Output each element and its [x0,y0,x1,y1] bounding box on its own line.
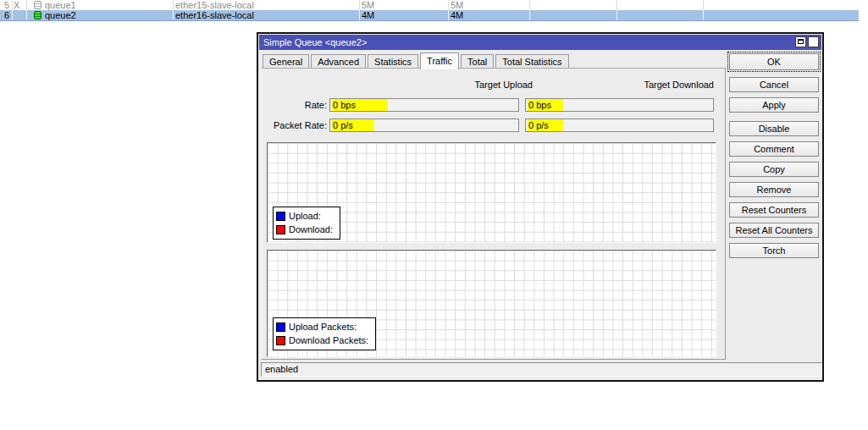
apply-button[interactable]: Apply [729,97,819,113]
tab-statistics[interactable]: Statistics [368,54,418,69]
rate-upload-value: 0 bps [332,99,388,111]
queue-name: queue1 [45,0,76,10]
queue-icon [34,11,41,19]
queue-icon [34,1,41,9]
upload-legend-swatch [276,212,285,221]
packet-traffic-graph: Upload Packets: Download Packets: [267,250,716,357]
maximize-button[interactable] [795,36,806,47]
rate-graph-legend: Upload: Download: [273,207,340,240]
queue-name: queue2 [45,10,76,20]
tab-total-statistics[interactable]: Total Statistics [495,54,568,69]
dialog-titlebar[interactable]: Simple Queue <queue2> ✕ [259,35,821,50]
rate-traffic-graph: Upload: Download: [267,142,716,243]
download-legend-label: Download: [289,224,333,234]
upload-legend-label: Upload: [289,211,321,221]
download-packets-legend-label: Download Packets: [289,335,368,345]
queue-target: ether16-slave-local [175,10,254,20]
dialog-tab-bar: General Advanced Statistics Traffic Tota… [263,52,571,69]
torch-button[interactable]: Torch [729,243,819,258]
packet-rate-download-value: 0 p/s [528,119,563,131]
target-upload-header: Target Upload [328,80,533,90]
max-download-limit: 4M [451,10,463,20]
reset-counters-button[interactable]: Reset Counters [729,202,819,218]
target-download-header: Target Download [525,80,714,90]
upload-packets-legend-swatch [276,322,285,332]
max-download-limit: 5M [451,0,463,10]
maximize-icon [798,39,804,44]
queue-row-disabled[interactable]: 5 X queue1 ether15-slave-local 5M 5M [0,0,868,10]
max-upload-limit: 4M [362,10,374,20]
dialog-status-bar: enabled [261,362,822,377]
upload-packets-legend-label: Upload Packets: [289,322,357,332]
download-packets-legend-swatch [276,336,285,345]
comment-button[interactable]: Comment [729,141,819,157]
simple-queue-dialog: Simple Queue <queue2> ✕ General Advanced… [257,32,824,382]
status-text: enabled [265,364,298,374]
tab-total[interactable]: Total [461,54,494,69]
tab-advanced[interactable]: Advanced [311,54,366,69]
cancel-button[interactable]: Cancel [729,77,819,92]
disabled-flag: X [14,0,19,10]
queue-row-selected[interactable]: 6 queue2 ether16-slave-local 4M 4M [0,10,859,21]
packet-rate-label: Packet Rate: [262,120,327,130]
packet-rate-download-field: 0 p/s [525,119,714,132]
row-number: 5 [0,0,9,10]
traffic-tab-page: Target Upload Target Download Rate: 0 bp… [261,68,726,360]
packet-rate-upload-field: 0 p/s [329,119,519,132]
close-button[interactable]: ✕ [808,36,819,47]
packet-rate-upload-value: 0 p/s [332,119,374,131]
disable-button[interactable]: Disable [729,121,819,136]
rate-download-field: 0 bps [525,98,714,112]
close-icon: ✕ [810,37,817,46]
dialog-title: Simple Queue <queue2> [263,37,367,47]
rate-download-value: 0 bps [528,99,563,111]
copy-button[interactable]: Copy [729,162,819,177]
packet-graph-legend: Upload Packets: Download Packets: [273,317,376,350]
max-upload-limit: 5M [362,0,374,10]
tab-general[interactable]: General [263,54,309,69]
download-legend-swatch [276,225,285,234]
reset-all-counters-button[interactable]: Reset All Counters [729,223,819,238]
rate-upload-field: 0 bps [329,98,519,112]
queue-target: ether15-slave-local [175,0,254,10]
rate-label: Rate: [262,100,327,110]
remove-button[interactable]: Remove [729,182,819,197]
ok-button[interactable]: OK [729,53,819,70]
dialog-button-column: OK Cancel Apply Disable Comment Copy Rem… [728,53,820,263]
tab-traffic[interactable]: Traffic [420,52,459,69]
row-number: 6 [0,10,9,20]
